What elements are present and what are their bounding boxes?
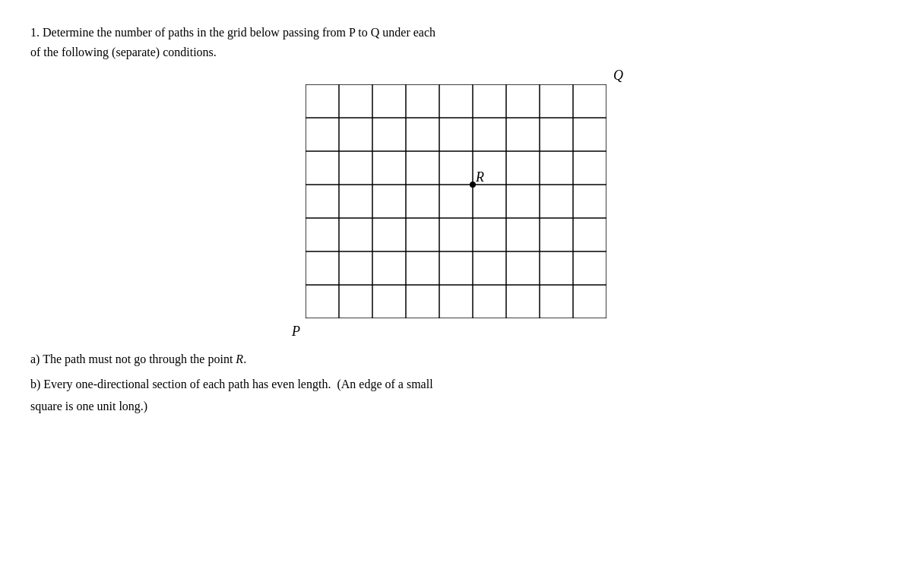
r-dot (470, 182, 476, 188)
condition-a-text: The path must not go through the point R… (43, 352, 246, 365)
condition-a-label: a) (30, 352, 40, 365)
p-label: P (292, 324, 300, 340)
condition-a: a) The path must not go through the poin… (30, 349, 866, 371)
condition-b: b) Every one-directional section of each… (30, 374, 866, 418)
q-label: Q (613, 68, 623, 84)
problem-number: 1. (30, 26, 40, 39)
condition-b-extra2: square is one unit long.) (30, 400, 147, 413)
problem-text-line1: Determine the number of paths in the gri… (43, 26, 435, 39)
r-label: R (475, 169, 484, 185)
conditions-section: a) The path must not go through the poin… (30, 349, 866, 417)
grid-container: R Q P (30, 84, 882, 318)
condition-b-text: Every one-directional section of each pa… (43, 378, 432, 390)
condition-b-label: b) (30, 378, 40, 390)
grid-svg: R (306, 84, 606, 318)
grid-wrapper: R Q P (306, 84, 606, 318)
problem-text-line2: of the following (separate) conditions. (30, 46, 217, 58)
problem-statement: 1. Determine the number of paths in the … (30, 23, 866, 62)
